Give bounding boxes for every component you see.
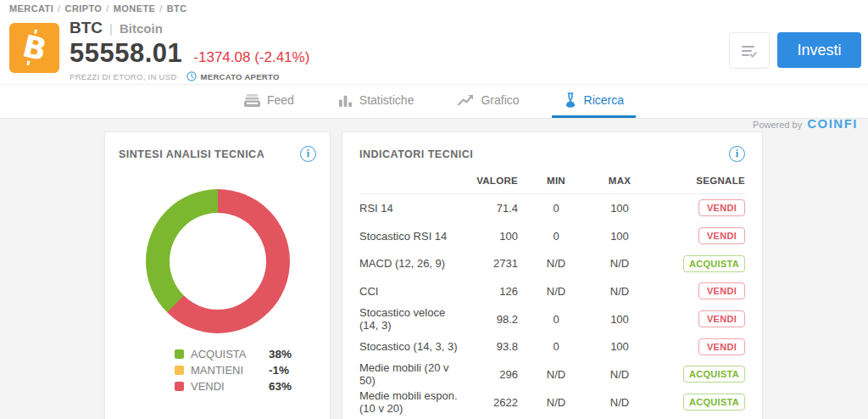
technical-summary-card: SINTESI ANALISI TECNICA i ACQUISTA38%MAN…	[104, 131, 331, 419]
breadcrumb-separator: /	[159, 3, 162, 14]
signal-badge-sell[interactable]: VENDI	[698, 199, 745, 216]
coinfi-logo[interactable]: COINFI	[807, 116, 858, 131]
indicators-card-title: INDICATORI TECNICI	[359, 148, 473, 160]
signal-badge-buy[interactable]: ACQUISTA	[683, 394, 745, 411]
column-segnale: SEGNALE	[645, 176, 745, 186]
indicator-min: N/D	[531, 285, 581, 298]
tab-bar: FeedStatisticheGraficoRicerca	[0, 85, 868, 119]
indicator-min: N/D	[531, 396, 581, 409]
indicator-signal-cell: ACQUISTA	[645, 394, 745, 411]
instrument-symbol: BTC	[70, 19, 103, 37]
indicator-min: 0	[531, 313, 581, 326]
tab-label: Ricerca	[584, 93, 624, 107]
donut-legend: ACQUISTA38%MANTIENI-1%VENDI63%	[175, 348, 316, 393]
feed-icon	[244, 93, 260, 108]
indicator-name: Medie mobili (20 v 50)	[359, 361, 459, 387]
indicator-value: 71.4	[459, 202, 518, 215]
instrument-name: Bitcoin	[120, 21, 163, 36]
breadcrumb: MERCATI/CRIPTO/MONETE/BTC	[9, 3, 187, 14]
indicator-row: Stocastico (14, 3, 3)93.80100VENDI	[359, 332, 745, 360]
analysis-donut-chart	[146, 189, 290, 333]
tab-ricerca[interactable]: Ricerca	[552, 85, 636, 118]
breadcrumb-item-mercati[interactable]: MERCATI	[9, 3, 53, 14]
legend-label: VENDI	[191, 380, 262, 393]
indicator-min: 0	[531, 202, 581, 215]
current-price: 55558.01	[70, 38, 182, 69]
indicator-value: 100	[459, 230, 518, 243]
signal-badge-sell[interactable]: VENDI	[698, 338, 745, 355]
indicator-min: 0	[531, 340, 581, 353]
indicator-row: Medie mobili (20 v 50)296N/DN/DACQUISTA	[359, 360, 745, 388]
info-icon[interactable]: i	[729, 146, 745, 162]
symbol-separator: |	[109, 21, 113, 36]
list-check-icon	[740, 42, 759, 59]
indicator-value: 126	[459, 285, 518, 298]
indicators-table-body: RSI 1471.40100VENDIStocastico RSI 141000…	[359, 194, 745, 416]
watchlist-button[interactable]	[729, 32, 770, 69]
legend-swatch-acquista	[175, 349, 184, 359]
indicator-row: MACD (12, 26, 9)2731N/DN/DACQUISTA	[359, 249, 745, 277]
market-status: MERCATO APERTO	[201, 72, 280, 81]
indicator-row: RSI 1471.40100VENDI	[359, 194, 745, 222]
price-note: PREZZI DI ETORO, IN USD	[70, 72, 177, 81]
indicator-max: N/D	[594, 368, 645, 381]
btc-logo-icon: B	[9, 23, 59, 73]
powered-by: Powered by COINFI	[753, 116, 858, 131]
powered-by-prefix: Powered by	[753, 120, 802, 130]
indicators-table-header: VALORE MIN MAX SEGNALE	[359, 176, 745, 194]
column-max: MAX	[594, 176, 645, 186]
indicator-signal-cell: VENDI	[645, 310, 745, 327]
legend-label: MANTIENI	[191, 364, 262, 377]
indicator-max: N/D	[594, 396, 645, 409]
indicator-name: Medie mobili espon. (10 v 20)	[359, 389, 459, 415]
indicator-max: 100	[594, 340, 645, 353]
research-icon	[564, 92, 577, 108]
indicator-row: Medie mobili espon. (10 v 20)2622N/DN/DA…	[359, 388, 745, 416]
indicator-max: 100	[594, 230, 645, 243]
column-valore: VALORE	[459, 176, 518, 186]
indicator-name: MACD (12, 26, 9)	[359, 257, 459, 270]
tab-label: Grafico	[481, 93, 519, 107]
signal-badge-sell[interactable]: VENDI	[698, 310, 745, 327]
indicator-name: Stocastico RSI 14	[359, 230, 459, 243]
invest-button[interactable]: Investi	[777, 32, 861, 68]
indicator-signal-cell: ACQUISTA	[645, 255, 745, 272]
legend-value: 63%	[269, 380, 316, 393]
indicator-value: 98.2	[459, 313, 518, 326]
breadcrumb-separator: /	[106, 3, 108, 14]
indicator-max: N/D	[594, 257, 645, 270]
signal-badge-buy[interactable]: ACQUISTA	[683, 255, 745, 272]
indicator-signal-cell: VENDI	[645, 282, 745, 299]
signal-badge-sell[interactable]: VENDI	[698, 227, 745, 244]
tab-statistiche[interactable]: Statistiche	[326, 85, 426, 118]
info-icon[interactable]: i	[300, 146, 316, 162]
indicator-row: Stocastico veloce (14, 3)98.20100VENDI	[359, 305, 745, 333]
indicator-min: N/D	[531, 257, 581, 270]
indicator-row: CCI126N/DN/DVENDI	[359, 277, 745, 305]
legend-swatch-mantieni	[175, 366, 184, 375]
legend-value: -1%	[269, 364, 316, 377]
indicator-value: 2731	[459, 257, 518, 270]
signal-badge-buy[interactable]: ACQUISTA	[683, 366, 745, 383]
breadcrumb-item-btc[interactable]: BTC	[167, 3, 187, 14]
indicator-row: Stocastico RSI 141000100VENDI	[359, 222, 745, 250]
indicator-signal-cell: VENDI	[645, 338, 745, 355]
indicator-name: Stocastico veloce (14, 3)	[359, 306, 459, 332]
tab-label: Statistiche	[359, 93, 415, 107]
legend-swatch-vendi	[175, 382, 184, 391]
chart-icon	[458, 93, 474, 107]
tab-grafico[interactable]: Grafico	[446, 85, 531, 118]
indicator-max: 100	[594, 202, 645, 215]
breadcrumb-item-cripto[interactable]: CRIPTO	[65, 3, 103, 14]
clock-icon	[186, 71, 197, 81]
indicator-signal-cell: VENDI	[645, 199, 745, 216]
indicator-value: 93.8	[459, 340, 518, 353]
indicator-name: Stocastico (14, 3, 3)	[359, 340, 459, 353]
breadcrumb-item-monete[interactable]: MONETE	[114, 3, 155, 14]
indicator-max: N/D	[594, 285, 645, 298]
tab-label: Feed	[267, 93, 294, 107]
indicator-value: 2622	[459, 396, 518, 409]
summary-card-title: SINTESI ANALISI TECNICA	[119, 148, 264, 160]
signal-badge-sell[interactable]: VENDI	[698, 282, 745, 299]
tab-feed[interactable]: Feed	[232, 85, 306, 118]
